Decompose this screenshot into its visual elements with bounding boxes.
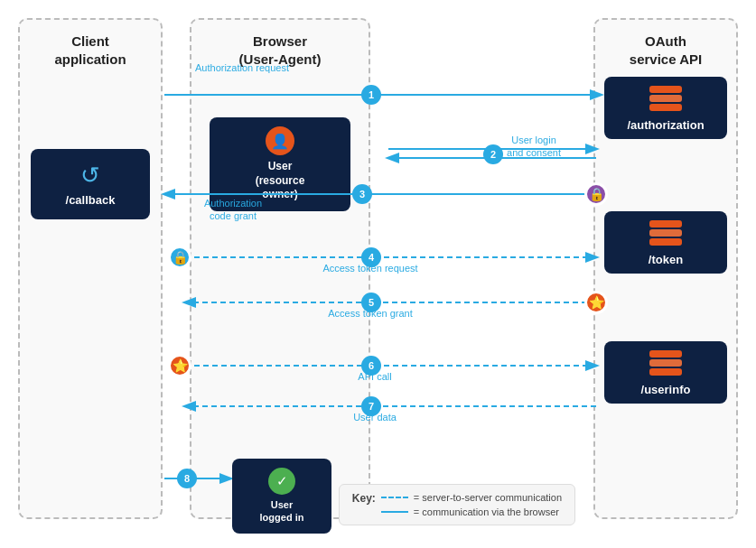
label-step-4: Access token request bbox=[307, 262, 434, 274]
step-3-circle: 3 bbox=[352, 184, 372, 204]
key-label: Key: bbox=[352, 492, 376, 505]
callback-box: ↺ /callback bbox=[31, 149, 150, 219]
user-logged-in-container: ✓ Userlogged in bbox=[232, 459, 331, 534]
badge-authorization: 🔒 bbox=[584, 182, 608, 206]
logged-in-box: ✓ Userlogged in bbox=[232, 459, 331, 534]
label-step-2: User loginand consent bbox=[493, 134, 574, 160]
key-dashed-text: = server-to-server communication bbox=[414, 492, 562, 503]
key-box: Key: = server-to-server communication = … bbox=[339, 484, 575, 525]
callback-icon: ↺ bbox=[38, 162, 143, 190]
key-row-solid: = communication via the browser bbox=[381, 506, 562, 517]
label-step-3: Authorizationcode grant bbox=[179, 197, 287, 223]
server-icon-authorization bbox=[649, 86, 682, 111]
badge-api-call: ⭐ bbox=[168, 354, 191, 377]
token-label: /token bbox=[610, 253, 722, 266]
badge-token-req: 🔒 bbox=[168, 246, 191, 269]
authorization-label: /authorization bbox=[610, 118, 722, 132]
key-solid-text: = communication via the browser bbox=[414, 506, 559, 517]
server-icon-userinfo bbox=[649, 350, 682, 376]
label-step-1: Authorization request bbox=[179, 61, 305, 74]
server-icon-token bbox=[649, 220, 682, 246]
logged-in-label: Userlogged in bbox=[239, 498, 324, 525]
badge-token-grant: ⭐ bbox=[584, 291, 608, 314]
authorization-server: /authorization bbox=[604, 77, 727, 139]
callback-label: /callback bbox=[38, 193, 143, 207]
oauth-title: OAuthservice API bbox=[595, 20, 736, 68]
step-8-circle: 8 bbox=[177, 469, 197, 488]
key-row-dashed: = server-to-server communication bbox=[381, 492, 562, 503]
oauth-column: OAuthservice API /authorization /token bbox=[593, 18, 738, 519]
solid-line-icon bbox=[381, 511, 408, 513]
label-step-7: User data bbox=[330, 411, 420, 423]
user-label: User(resourceowner) bbox=[217, 160, 343, 202]
user-icon: 👤 bbox=[266, 126, 294, 155]
userinfo-label: /userinfo bbox=[610, 383, 722, 396]
step-1-circle: 1 bbox=[361, 85, 381, 105]
label-step-5: Access token grant bbox=[307, 307, 434, 320]
logged-in-icon: ✓ bbox=[268, 468, 295, 495]
client-title: Clientapplication bbox=[20, 20, 161, 68]
diagram: Clientapplication ↺ /callback Browser(Us… bbox=[0, 0, 756, 548]
client-column: Clientapplication ↺ /callback bbox=[18, 18, 163, 519]
label-step-6: API call bbox=[330, 370, 420, 383]
token-server: /token bbox=[604, 211, 727, 274]
dashed-line-icon bbox=[381, 497, 408, 498]
userinfo-server: /userinfo bbox=[604, 341, 727, 404]
